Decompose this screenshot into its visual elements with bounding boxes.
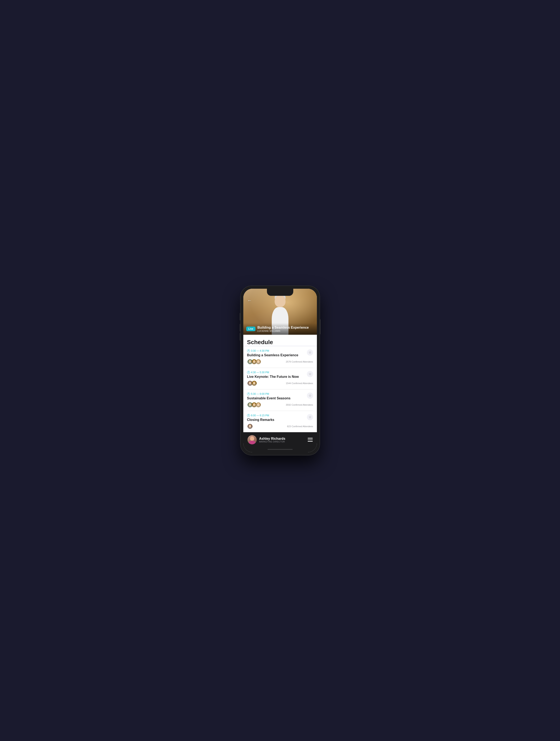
star-icon: ☆ [309, 394, 311, 397]
avatar [255, 402, 261, 408]
home-bar [267, 449, 293, 450]
user-avatar-inner [247, 435, 257, 444]
user-title: MARKETING DIRECTOR [259, 441, 285, 443]
session-item[interactable]: 4:30 — 5:30 PM Live Keynote: The Future … [243, 368, 317, 389]
session-avatars-1 [247, 359, 261, 365]
hamburger-menu-icon[interactable] [308, 438, 313, 442]
session-list: 3:30 — 4:30 PM Building a Seamless Exper… [243, 346, 317, 432]
schedule-title: Schedule [247, 339, 313, 346]
star-icon: ☆ [309, 351, 311, 354]
session-footer-3: 3592 Confirmed Attendees [247, 402, 313, 408]
schedule-section: Schedule [243, 335, 317, 346]
user-avatar-body [249, 441, 255, 444]
attendee-count-2: 1544 Confirmed Attendees [286, 382, 313, 385]
session-item[interactable]: 6:00 — 6:15 PM Closing Remarks 823 Confi… [243, 411, 317, 432]
session-avatars-3 [247, 402, 261, 408]
clock-icon [247, 414, 250, 417]
session-name-4: Closing Remarks [247, 418, 313, 422]
person-head [275, 295, 286, 307]
user-name: Ashley Richards [259, 437, 285, 441]
avatar [251, 380, 257, 386]
star-button-4[interactable]: ☆ [307, 414, 313, 420]
live-badge: Live [246, 327, 255, 331]
hero-text: Building a Seamless Experience LUCIENNE … [257, 326, 309, 332]
menu-line [308, 441, 313, 442]
session-footer-4: 823 Confirmed Attendees [247, 423, 313, 429]
session-name-2: Live Keynote: The Future is Now [247, 375, 313, 379]
avatar [255, 359, 261, 365]
session-avatars-4 [247, 423, 253, 429]
star-button-1[interactable]: ☆ [307, 349, 313, 356]
bottom-bar: Ashley Richards MARKETING DIRECTOR [243, 432, 317, 447]
session-item[interactable]: 3:30 — 4:30 PM Building a Seamless Exper… [243, 346, 317, 367]
user-text: Ashley Richards MARKETING DIRECTOR [259, 437, 285, 443]
hero-title: Building a Seamless Experience [257, 326, 309, 330]
session-name-3: Sustainable Event Seasons [247, 396, 313, 400]
attendee-count-1: 2579 Confirmed Attendees [286, 360, 313, 363]
avatar [247, 423, 253, 429]
home-indicator [243, 447, 317, 452]
clock-icon [247, 349, 250, 352]
clock-icon [247, 393, 250, 395]
session-time-3: 5:30 — 6:00 PM [247, 393, 313, 395]
star-icon: ☆ [309, 415, 311, 419]
star-button-3[interactable]: ☆ [307, 393, 313, 399]
back-button[interactable]: ← [247, 298, 252, 304]
star-button-2[interactable]: ☆ [307, 371, 313, 377]
hero-overlay: Live Building a Seamless Experience LUCI… [243, 323, 317, 335]
menu-line [308, 438, 313, 439]
user-avatar-head [250, 436, 254, 441]
attendee-count-4: 823 Confirmed Attendees [287, 425, 313, 427]
user-info: Ashley Richards MARKETING DIRECTOR [247, 435, 285, 444]
attendee-count-3: 3592 Confirmed Attendees [286, 404, 313, 406]
session-name-1: Building a Seamless Experience [247, 353, 313, 357]
session-footer-2: 1544 Confirmed Attendees [247, 380, 313, 386]
session-time-4: 6:00 — 6:15 PM [247, 414, 313, 417]
hero-subtitle: LUCIENNE WILLIAMS [257, 330, 309, 332]
session-footer-1: 2579 Confirmed Attendees [247, 359, 313, 365]
menu-line [308, 440, 313, 440]
user-avatar [247, 435, 257, 444]
session-avatars-2 [247, 380, 257, 386]
phone-screen: ← Live Building a Seamless Experience LU… [243, 289, 317, 452]
session-time-1: 3:30 — 4:30 PM [247, 349, 313, 352]
clock-icon [247, 371, 250, 374]
session-item[interactable]: 5:30 — 6:00 PM Sustainable Event Seasons [243, 389, 317, 411]
notch [267, 289, 293, 296]
star-icon: ☆ [309, 373, 311, 376]
phone-frame: ← Live Building a Seamless Experience LU… [240, 286, 320, 455]
session-time-2: 4:30 — 5:30 PM [247, 371, 313, 374]
